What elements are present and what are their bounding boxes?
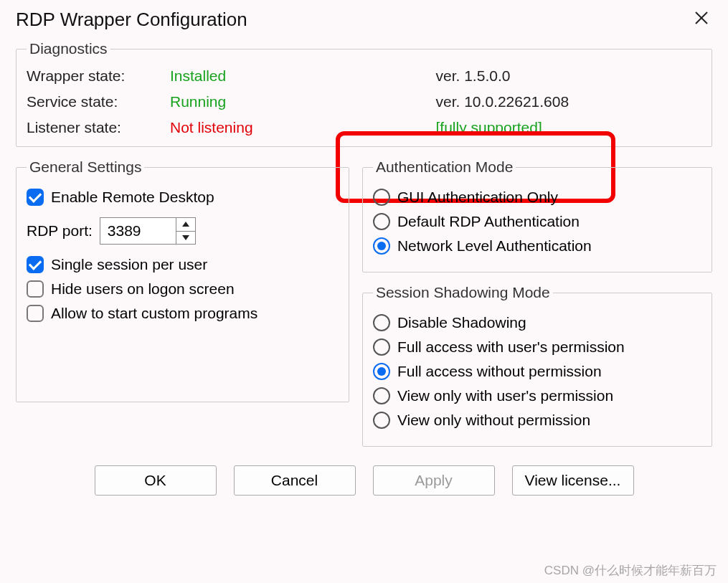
auth-default-radio[interactable]: Default RDP Authentication	[373, 213, 701, 230]
auth-nla-radio[interactable]: Network Level Authentication	[373, 237, 701, 255]
checkbox-unchecked-icon	[27, 280, 44, 298]
radio-unselected-icon	[373, 213, 390, 230]
radio-selected-icon	[373, 237, 390, 255]
radio-unselected-icon	[373, 189, 390, 206]
spinner-up-button[interactable]	[176, 218, 195, 232]
auth-gui-radio[interactable]: GUI Authentication Only	[373, 189, 701, 206]
watermark-text: CSDN @什么时候才能年薪百万	[544, 562, 717, 579]
diagnostics-legend: Diagnostics	[27, 40, 110, 57]
auth-nla-label: Network Level Authentication	[397, 237, 592, 255]
ok-button[interactable]: OK	[95, 465, 217, 496]
shadow-view-perm-radio[interactable]: View only with user's permission	[373, 387, 701, 404]
radio-unselected-icon	[373, 338, 390, 356]
shadow-disable-radio[interactable]: Disable Shadowing	[373, 314, 701, 331]
spinner-down-button[interactable]	[176, 232, 195, 245]
listener-support: [fully supported]	[436, 119, 702, 136]
shadow-mode-group: Session Shadowing Mode Disable Shadowing…	[362, 284, 712, 447]
enable-remote-desktop-checkbox[interactable]: Enable Remote Desktop	[27, 189, 339, 206]
service-state-label: Service state:	[27, 93, 170, 110]
allow-custom-checkbox[interactable]: Allow to start custom programs	[27, 305, 339, 322]
shadow-full-noperm-radio[interactable]: Full access without permission	[373, 363, 701, 380]
service-state-value: Running	[170, 93, 436, 110]
allow-custom-label: Allow to start custom programs	[51, 305, 257, 322]
shadow-full-perm-label: Full access with user's permission	[397, 338, 625, 356]
apply-button[interactable]: Apply	[373, 465, 495, 496]
single-session-checkbox[interactable]: Single session per user	[27, 256, 339, 273]
rdp-port-value: 3389	[108, 222, 176, 240]
auth-mode-group: Authentication Mode GUI Authentication O…	[362, 158, 712, 272]
listener-state-label: Listener state:	[27, 119, 170, 136]
shadow-view-noperm-radio[interactable]: View only without permission	[373, 412, 701, 429]
close-icon[interactable]	[691, 9, 712, 29]
radio-unselected-icon	[373, 412, 390, 429]
single-session-label: Single session per user	[51, 256, 207, 273]
checkbox-checked-icon	[27, 256, 44, 273]
shadow-view-noperm-label: View only without permission	[397, 412, 590, 429]
shadow-full-perm-radio[interactable]: Full access with user's permission	[373, 338, 701, 356]
diagnostics-group: Diagnostics Wrapper state: Installed ver…	[16, 40, 712, 147]
auth-gui-label: GUI Authentication Only	[397, 189, 558, 206]
rdp-port-label: RDP port:	[27, 222, 93, 240]
radio-selected-icon	[373, 363, 390, 380]
wrapper-state-value: Installed	[170, 67, 436, 85]
cancel-button[interactable]: Cancel	[234, 465, 356, 496]
radio-unselected-icon	[373, 387, 390, 404]
shadow-legend: Session Shadowing Mode	[373, 284, 553, 301]
general-legend: General Settings	[27, 158, 144, 176]
shadow-full-noperm-label: Full access without permission	[397, 363, 602, 380]
triangle-down-icon	[182, 235, 189, 240]
general-settings-group: General Settings Enable Remote Desktop R…	[16, 158, 349, 402]
enable-rdp-label: Enable Remote Desktop	[51, 189, 214, 206]
titlebar: RDP Wrapper Configuration	[0, 0, 728, 40]
view-license-button[interactable]: View license...	[512, 465, 634, 496]
auth-default-label: Default RDP Authentication	[397, 213, 580, 230]
wrapper-state-label: Wrapper state:	[27, 67, 170, 85]
button-row: OK Cancel Apply View license...	[16, 465, 712, 496]
service-version: ver. 10.0.22621.608	[436, 93, 702, 110]
wrapper-version: ver. 1.5.0.0	[436, 67, 702, 85]
hide-users-label: Hide users on logon screen	[51, 280, 235, 298]
triangle-up-icon	[182, 222, 189, 227]
window-title: RDP Wrapper Configuration	[16, 9, 247, 31]
shadow-disable-label: Disable Shadowing	[397, 314, 526, 331]
auth-legend: Authentication Mode	[373, 158, 516, 176]
shadow-view-perm-label: View only with user's permission	[397, 387, 613, 404]
radio-unselected-icon	[373, 314, 390, 331]
rdp-port-input[interactable]: 3389	[100, 217, 196, 245]
checkbox-checked-icon	[27, 189, 44, 206]
hide-users-checkbox[interactable]: Hide users on logon screen	[27, 280, 339, 298]
listener-state-value: Not listening	[170, 119, 436, 136]
checkbox-unchecked-icon	[27, 305, 44, 322]
